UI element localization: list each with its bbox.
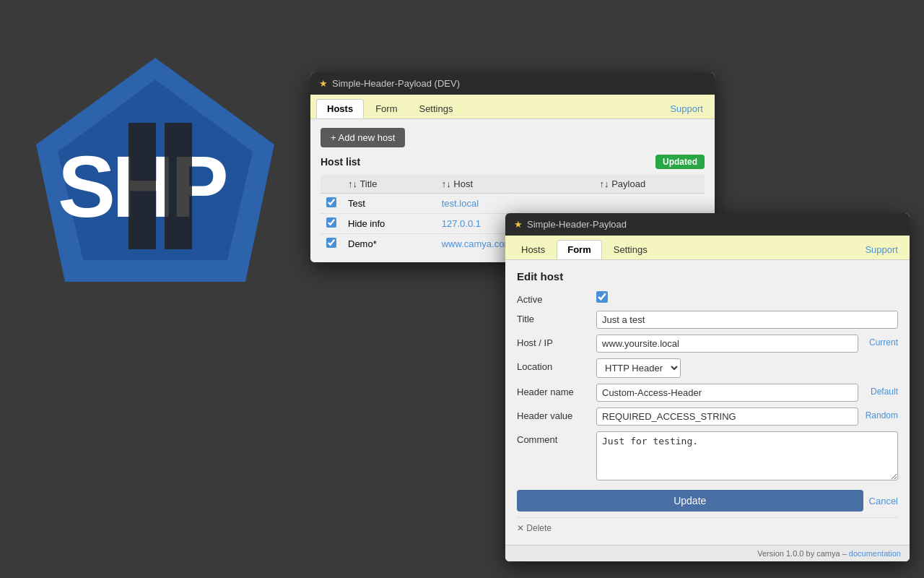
table-row: Test test.local [321, 194, 705, 214]
location-select[interactable]: HTTP Header Query String Cookie [596, 358, 681, 378]
svg-rect-4 [165, 123, 192, 249]
tab-form[interactable]: Form [365, 100, 407, 118]
form-content: Edit host Active Title Host / IP Current [505, 260, 910, 545]
update-button[interactable]: Update [517, 490, 863, 512]
host-payload-1 [594, 194, 705, 214]
form-tab-form[interactable]: Form [557, 240, 602, 259]
add-host-button[interactable]: + Add new host [321, 128, 405, 147]
updated-badge: Updated [655, 155, 705, 169]
form-tabs-bar: Hosts Form Settings Support [505, 236, 910, 260]
header-value-field [596, 407, 858, 426]
title-label: Title [517, 311, 596, 324]
svg-rect-3 [128, 123, 156, 249]
col-title[interactable]: ↑↓ Title [342, 175, 436, 194]
hosts-window-titlebar: ★ Simple-Header-Payload (DEV) [310, 72, 715, 95]
host-title-2[interactable]: Hide info [342, 214, 436, 234]
tab-hosts[interactable]: Hosts [316, 99, 364, 118]
host-ip-row: Host / IP Current [517, 335, 898, 353]
col-checkbox [321, 175, 342, 194]
title-input[interactable] [596, 311, 898, 329]
delete-link[interactable]: Delete [517, 523, 552, 533]
header-name-label: Header name [517, 384, 596, 397]
location-label: Location [517, 358, 596, 372]
title-field [596, 311, 898, 329]
delete-row: Delete [517, 517, 898, 538]
hosts-tabs-bar: Hosts Form Settings Support [310, 95, 715, 119]
version-text: Version 1.0.0 by camya – [757, 549, 849, 558]
support-link[interactable]: Support [664, 100, 709, 118]
star-icon: ★ [319, 78, 328, 89]
form-star-icon: ★ [514, 219, 523, 230]
host-url-3[interactable]: www.camya.com [442, 238, 513, 249]
header-name-input[interactable] [596, 384, 858, 402]
comment-row: Comment Just for testing. [517, 431, 898, 483]
form-window: ★ Simple-Header-Payload Hosts Form Setti… [505, 213, 910, 561]
host-title-1[interactable]: Test [342, 194, 436, 214]
col-host[interactable]: ↑↓ Host [436, 175, 594, 194]
location-row: Location HTTP Header Query String Cookie [517, 358, 898, 378]
col-payload[interactable]: ↑↓ Payload [594, 175, 705, 194]
comment-field: Just for testing. [596, 431, 898, 483]
version-bar: Version 1.0.0 by camya – documentation [505, 545, 910, 561]
current-label[interactable]: Current [858, 335, 898, 348]
form-tab-settings[interactable]: Settings [603, 241, 658, 259]
host-url-2[interactable]: 127.0.0.1 [442, 218, 481, 229]
active-row: Active [517, 291, 898, 305]
host-checkbox-2[interactable] [326, 217, 336, 228]
documentation-link[interactable]: documentation [849, 549, 901, 558]
host-ip-input[interactable] [596, 335, 858, 353]
form-title: Edit host [517, 270, 898, 282]
host-ip-field [596, 335, 858, 353]
host-ip-label: Host / IP [517, 335, 596, 348]
tab-settings[interactable]: Settings [409, 100, 463, 118]
random-label[interactable]: Random [858, 407, 898, 420]
header-value-label: Header value [517, 407, 596, 421]
form-support-link[interactable]: Support [859, 241, 904, 259]
shp-logo: SHP [29, 51, 282, 313]
hosts-window-title: Simple-Header-Payload (DEV) [332, 78, 460, 89]
host-list-header: Host list Updated [321, 155, 705, 169]
form-tab-hosts[interactable]: Hosts [511, 241, 555, 259]
header-value-row: Header value Random [517, 407, 898, 426]
comment-label: Comment [517, 431, 596, 445]
form-actions: Update Cancel [517, 490, 898, 512]
active-checkbox[interactable] [596, 291, 608, 303]
comment-textarea[interactable]: Just for testing. [596, 431, 898, 480]
cancel-link[interactable]: Cancel [869, 496, 898, 506]
host-list-title: Host list [321, 156, 360, 168]
header-value-input[interactable] [596, 407, 858, 426]
active-field [596, 291, 898, 305]
host-checkbox-1[interactable] [326, 197, 336, 207]
header-name-row: Header name Default [517, 384, 898, 402]
default-label[interactable]: Default [858, 384, 898, 397]
location-field: HTTP Header Query String Cookie [596, 358, 898, 378]
host-checkbox-3[interactable] [326, 238, 336, 248]
header-name-field [596, 384, 858, 402]
host-title-3[interactable]: Demo* [342, 234, 436, 254]
host-url-1[interactable]: test.local [442, 198, 479, 209]
title-row: Title [517, 311, 898, 329]
form-window-title: Simple-Header-Payload [527, 219, 627, 230]
active-label: Active [517, 291, 596, 305]
form-window-titlebar: ★ Simple-Header-Payload [505, 213, 910, 236]
